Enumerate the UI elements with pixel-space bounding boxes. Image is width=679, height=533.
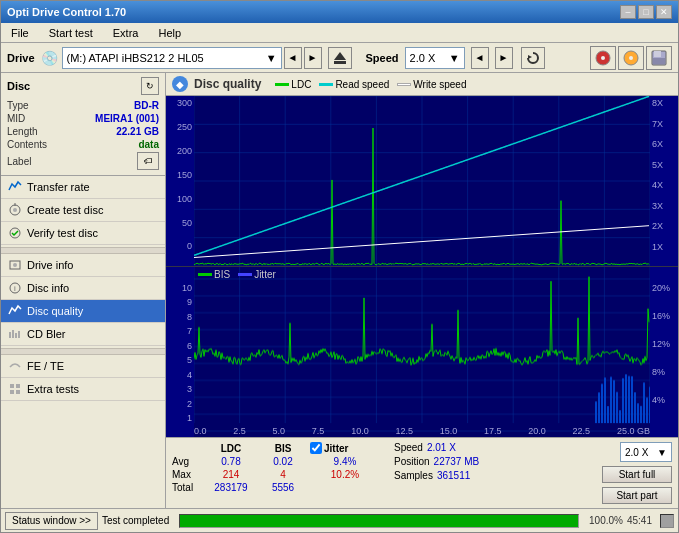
sidebar-item-transfer-rate[interactable]: Transfer rate	[1, 176, 165, 199]
legend-ldc-label: LDC	[291, 79, 311, 90]
verify-test-disc-icon	[7, 225, 23, 241]
sidebar-item-disc-quality[interactable]: Disc quality	[1, 300, 165, 323]
drive-selector: 💿 (M:) ATAPI iHBS212 2 HL05 ▼ ◄ ►	[41, 47, 322, 69]
max-jitter: 10.2%	[310, 469, 380, 480]
drive-prev-button[interactable]: ◄	[284, 47, 302, 69]
minimize-button[interactable]: –	[620, 5, 636, 19]
progress-bar-fill	[180, 515, 578, 527]
speed-next-button[interactable]: ►	[495, 47, 513, 69]
disc-panel: Disc ↻ Type BD-R MID MEIRA1 (001) Length…	[1, 73, 165, 176]
svg-rect-21	[18, 331, 20, 338]
chart-top-canvas	[194, 96, 650, 266]
svg-rect-18	[9, 332, 11, 338]
disc-quality-icon-header: ◆	[172, 76, 188, 92]
stats-max-row: Max 214 4 10.2%	[172, 469, 380, 480]
menu-start-test[interactable]: Start test	[43, 26, 99, 40]
sidebar-item-cd-bler[interactable]: CD Bler	[1, 323, 165, 346]
position-stat-row: Position 22737 MB	[394, 456, 479, 467]
avg-jitter: 9.4%	[310, 456, 380, 467]
speed-stat-label: Speed	[394, 442, 423, 453]
legend-bis-color	[198, 273, 212, 276]
transfer-rate-icon	[7, 179, 23, 195]
disc-type-row: Type BD-R	[7, 99, 159, 112]
sidebar-item-create-test-disc[interactable]: Create test disc	[1, 199, 165, 222]
legend: LDC Read speed Write speed	[275, 79, 466, 90]
maximize-button[interactable]: □	[638, 5, 654, 19]
disc-refresh-button[interactable]: ↻	[141, 77, 159, 95]
progress-text: 100.0%	[589, 515, 623, 526]
jitter-checkbox[interactable]	[310, 442, 322, 454]
toolbar-icon-2[interactable]	[618, 46, 644, 70]
drive-dropdown[interactable]: (M:) ATAPI iHBS212 2 HL05 ▼	[62, 47, 282, 69]
speed-select-dropdown[interactable]: 2.0 X ▼	[620, 442, 672, 462]
avg-label: Avg	[172, 456, 204, 467]
disc-label-label: Label	[7, 156, 31, 167]
svg-marker-0	[334, 52, 346, 60]
speed-label: Speed	[366, 52, 399, 64]
disc-quality-title: Disc quality	[194, 77, 261, 91]
title-bar: Opti Drive Control 1.70 – □ ✕	[1, 1, 678, 23]
avg-bis: 0.02	[258, 456, 308, 467]
toolbar-icons	[590, 46, 672, 70]
create-test-disc-icon	[7, 202, 23, 218]
chart-x-labels: 0.0 2.5 5.0 7.5 10.0 12.5 15.0 17.5 20.0…	[194, 425, 650, 437]
disc-panel-title: Disc	[7, 80, 30, 92]
refresh-icon	[526, 51, 540, 65]
drive-info-section	[1, 247, 165, 254]
svg-rect-1	[334, 61, 346, 64]
fe-te-section	[1, 348, 165, 355]
legend-write-label: Write speed	[413, 79, 466, 90]
toolbar-icon-1[interactable]	[590, 46, 616, 70]
svg-rect-25	[16, 390, 20, 394]
start-full-button[interactable]: Start full	[602, 466, 672, 483]
disc-info-icon: i	[7, 280, 23, 296]
disc-type-value: BD-R	[134, 100, 159, 111]
max-ldc: 214	[206, 469, 256, 480]
disc-label-button[interactable]: 🏷	[137, 152, 159, 170]
speed-prev-button[interactable]: ◄	[471, 47, 489, 69]
svg-marker-2	[528, 55, 532, 59]
speed-stat-value: 2.01 X	[427, 442, 456, 453]
avg-ldc: 0.78	[206, 456, 256, 467]
refresh-button[interactable]	[521, 47, 545, 69]
max-label: Max	[172, 469, 204, 480]
legend-jitter-color	[238, 273, 252, 276]
start-part-button[interactable]: Start part	[602, 487, 672, 504]
svg-text:i: i	[14, 284, 16, 293]
svg-rect-22	[10, 384, 14, 388]
sidebar-item-extra-tests[interactable]: Extra tests	[1, 378, 165, 401]
status-window-button[interactable]: Status window >>	[5, 512, 98, 530]
svg-point-6	[629, 56, 633, 60]
status-indicator	[660, 514, 674, 528]
chart-top-y-labels: 300 250 200 150 100 50 0	[166, 96, 194, 266]
disc-contents-row: Contents data	[7, 138, 159, 151]
menu-extra[interactable]: Extra	[107, 26, 145, 40]
legend-ldc-color	[275, 83, 289, 86]
disc-mid-label: MID	[7, 113, 25, 124]
svg-point-4	[601, 56, 605, 60]
eject-button[interactable]	[328, 47, 352, 69]
speed-dropdown[interactable]: 2.0 X ▼	[405, 47, 465, 69]
speed-pos-stats: Speed 2.01 X Position 22737 MB Samples 3…	[394, 442, 479, 481]
sidebar-item-verify-test-disc[interactable]: Verify test disc	[1, 222, 165, 245]
svg-rect-9	[653, 58, 665, 64]
legend-read-color	[319, 83, 333, 86]
svg-rect-23	[16, 384, 20, 388]
menu-help[interactable]: Help	[152, 26, 187, 40]
samples-stat-row: Samples 361511	[394, 470, 479, 481]
eject-icon	[332, 50, 348, 66]
sidebar-item-fe-te[interactable]: FE / TE	[1, 355, 165, 378]
menu-file[interactable]: File	[5, 26, 35, 40]
position-label: Position	[394, 456, 430, 467]
sidebar-item-disc-info[interactable]: i Disc info	[1, 277, 165, 300]
drive-label: Drive	[7, 52, 35, 64]
svg-rect-19	[12, 330, 14, 338]
extra-tests-icon	[7, 381, 23, 397]
samples-value: 361511	[437, 470, 470, 481]
drive-next-button[interactable]: ►	[304, 47, 322, 69]
disc-length-label: Length	[7, 126, 38, 137]
close-button[interactable]: ✕	[656, 5, 672, 19]
drive-disc-icon: 💿	[41, 50, 58, 66]
sidebar-item-drive-info[interactable]: Drive info	[1, 254, 165, 277]
toolbar-icon-save[interactable]	[646, 46, 672, 70]
